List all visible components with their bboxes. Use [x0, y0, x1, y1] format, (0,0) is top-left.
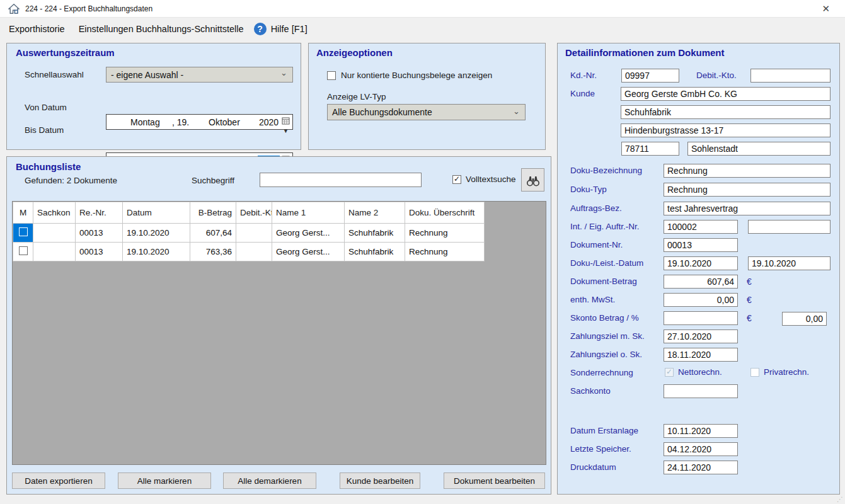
kunde-name-field[interactable]: Georg Gerste GmbH Co. KG [621, 87, 831, 101]
auftrags-bez-label: Auftrags-Bez. [570, 203, 622, 213]
auftrags-bez-field[interactable]: test Jahresvertrag [664, 202, 831, 215]
volltextsuche-label: Volltextsuche [466, 175, 516, 184]
volltextsuche-checkbox[interactable] [452, 175, 461, 184]
auftr-nr-field[interactable]: 100002 [664, 220, 738, 234]
nettorechn-checkbox[interactable] [665, 368, 674, 377]
menu-hilfe[interactable]: ? Hilfe [F1] [254, 23, 308, 35]
chevron-down-icon: ⌄ [280, 68, 287, 77]
cell-debit [236, 224, 272, 243]
privatrechn-label: Privatrechn. [764, 367, 809, 377]
alle-demarkieren-button[interactable]: Alle demarkieren [223, 472, 316, 489]
chevron-down-icon: ⌄ [513, 106, 520, 116]
von-year: 2020 [258, 117, 280, 127]
sachkonto-field[interactable] [664, 384, 738, 398]
table-row[interactable]: 00013 19.10.2020 763,36 Georg Gerst... S… [13, 243, 485, 261]
daten-exportieren-button[interactable]: Daten exportieren [12, 472, 105, 489]
eig-auftr-nr-field[interactable] [748, 220, 831, 234]
table-row[interactable]: 00013 19.10.2020 607,64 Georg Gerst... S… [13, 224, 485, 243]
sonderrechnung-label: Sonderrechnung [570, 368, 633, 377]
euro-sign: € [747, 313, 752, 323]
doku-bez-field[interactable]: Rechnung [664, 164, 831, 178]
col-header-debit-kt[interactable]: Debit.-Kt [236, 202, 272, 224]
leist-datum-field[interactable]: 19.10.2020 [748, 256, 831, 270]
menu-einstellungen[interactable]: Einstellungen Buchhaltungs-Schnittstelle [74, 21, 249, 37]
buchungsliste-title: Buchungsliste [16, 161, 81, 172]
auswertungszeitraum-title: Auswertungszeitraum [16, 47, 115, 58]
row-checkbox[interactable] [19, 227, 28, 236]
doku-leist-datum-label: Doku-/Leist.-Datum [570, 258, 643, 268]
table-header-row: M Sachkon Re.-Nr. Datum B-Betrag Debit.-… [13, 202, 485, 224]
dokument-nr-field[interactable]: 00013 [664, 238, 738, 252]
kunde-label: Kunde [570, 89, 595, 98]
cell-datum: 19.10.2020 [123, 243, 190, 261]
menu-exporthistorie[interactable]: Exporthistorie [4, 21, 70, 37]
druckdatum-field[interactable]: 24.11.2020 [664, 461, 738, 474]
col-header-name2[interactable]: Name 2 [345, 202, 405, 224]
kunde-name2-field[interactable]: Schuhfabrik [621, 105, 831, 119]
kunde-bearbeiten-button[interactable]: Kunde bearbeiten [340, 472, 420, 489]
skonto-label: Skonto Betrag / % [570, 313, 639, 323]
panel-buchungsliste: Buchungsliste Gefunden: 2 Dokumente Such… [6, 156, 551, 495]
panel-auswertungszeitraum: Auswertungszeitraum Schnellauswahl - eig… [6, 43, 301, 150]
col-header-re-nr[interactable]: Re.-Nr. [76, 202, 123, 224]
mwst-field[interactable]: 0,00 [664, 293, 738, 307]
kd-nr-field[interactable]: 09997 [621, 69, 679, 83]
skonto-betrag-field[interactable] [664, 311, 738, 325]
von-calendar-icon[interactable]: ▼ [282, 117, 290, 135]
col-header-sachkonto[interactable]: Sachkon [33, 202, 76, 224]
letzte-speicher-field[interactable]: 04.12.2020 [664, 442, 738, 456]
home-icon [8, 4, 20, 14]
buchungsliste-table: M Sachkon Re.-Nr. Datum B-Betrag Debit.-… [13, 202, 485, 261]
detail-title: Detailinformationen zum Dokument [565, 47, 725, 58]
col-header-m[interactable]: M [13, 202, 33, 224]
von-month: Oktober [209, 117, 250, 127]
cell-name1: Georg Gerst... [272, 243, 345, 261]
von-datum-field[interactable]: Montag , 19. Oktober 2020 ▼ [106, 114, 293, 130]
dokument-betrag-field[interactable]: 607,64 [664, 275, 738, 289]
bis-datum-label: Bis Datum [25, 125, 64, 135]
ort-field[interactable]: Sohlenstadt [687, 142, 831, 156]
schnellauswahl-select[interactable]: - eigene Auswahl - ⌄ [106, 67, 293, 83]
cell-betrag: 607,64 [190, 224, 236, 243]
cell-doku: Rechnung [405, 224, 485, 243]
col-header-datum[interactable]: Datum [123, 202, 190, 224]
debit-kto-label: Debit.-Kto. [696, 71, 737, 80]
zahlungsziel-o-field[interactable]: 18.11.2020 [664, 348, 738, 362]
search-binoculars-button[interactable] [521, 168, 544, 192]
plz-field[interactable]: 78711 [621, 142, 679, 156]
cell-re-nr: 00013 [76, 224, 123, 243]
privatrechn-checkbox[interactable] [750, 368, 759, 377]
debit-kto-field[interactable] [750, 69, 831, 83]
euro-sign: € [747, 295, 752, 305]
close-icon[interactable]: ✕ [822, 3, 830, 15]
doku-typ-field[interactable]: Rechnung [664, 183, 831, 197]
sachkonto-label: Sachkonto [570, 386, 611, 396]
row-checkbox[interactable] [19, 246, 28, 255]
anzeige-lv-typ-select[interactable]: Alle Buchungsdokumente ⌄ [327, 104, 526, 120]
doku-datum-field[interactable]: 19.10.2020 [664, 256, 738, 270]
strasse-field[interactable]: Hindenburgstrasse 13-17 [621, 123, 831, 137]
nur-kontierte-checkbox[interactable] [327, 71, 336, 80]
mwst-label: enth. MwSt. [570, 295, 615, 304]
title-bar: 224 - 224 - Export Buchhaltungsdaten ✕ [0, 0, 845, 18]
dokument-bearbeiten-button[interactable]: Dokument bearbeiten [444, 472, 545, 489]
cell-sachkonto [33, 243, 76, 261]
zahlungsziel-o-label: Zahlungsziel o. Sk. [570, 350, 642, 359]
schnellauswahl-label: Schnellauswahl [25, 70, 84, 79]
erstanlage-label: Datum Erstanlage [570, 426, 638, 435]
nettorechn-label: Nettorechn. [678, 367, 722, 377]
dokument-nr-label: Dokument-Nr. [570, 240, 623, 249]
col-header-b-betrag[interactable]: B-Betrag [190, 202, 236, 224]
resize-grip[interactable]: ⋰ [837, 496, 843, 503]
window-title: 224 - 224 - Export Buchhaltungsdaten [25, 4, 152, 13]
panel-anzeigeoptionen: Anzeigeoptionen Nur kontierte Buchungsbe… [308, 43, 546, 150]
alle-markieren-button[interactable]: Alle markieren [118, 472, 211, 489]
skonto-prozent-field[interactable]: 0,00 [782, 312, 827, 326]
col-header-name1[interactable]: Name 1 [272, 202, 345, 224]
cell-re-nr: 00013 [76, 243, 123, 261]
binoculars-icon [526, 174, 540, 186]
suchbegriff-input[interactable] [260, 173, 422, 187]
zahlungsziel-m-field[interactable]: 27.10.2020 [664, 329, 738, 343]
erstanlage-field[interactable]: 10.11.2020 [664, 424, 738, 438]
col-header-doku-ueberschrift[interactable]: Doku. Überschrift [405, 202, 485, 224]
